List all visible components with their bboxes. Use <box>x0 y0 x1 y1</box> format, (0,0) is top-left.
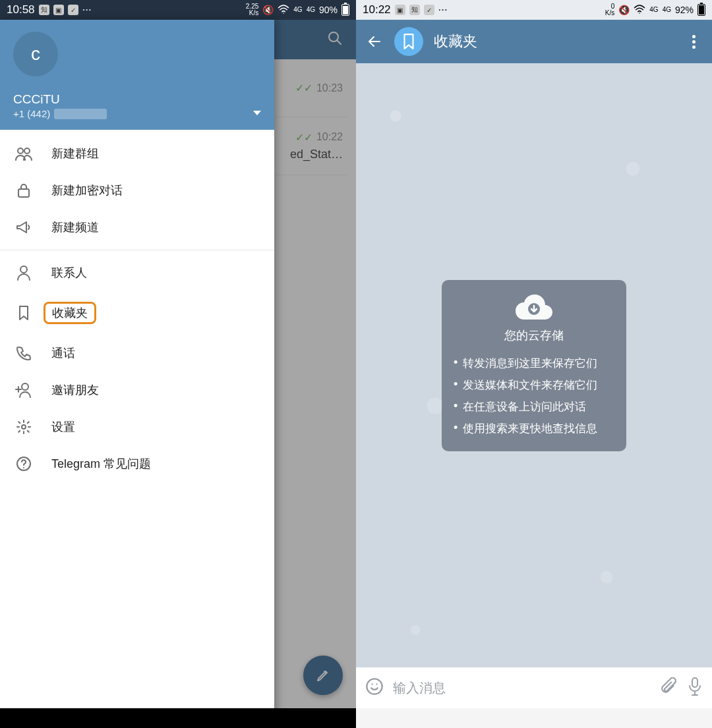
emoji-icon[interactable] <box>365 677 384 698</box>
menu-new-channel[interactable]: 新建频道 <box>0 209 274 246</box>
attach-icon[interactable] <box>661 677 678 698</box>
chat-toolbar: 收藏夹 <box>356 20 712 63</box>
cell-4g-b: 4G <box>663 7 671 13</box>
chat-title: 收藏夹 <box>434 32 674 51</box>
lock-icon <box>15 182 33 198</box>
svg-point-9 <box>367 679 382 694</box>
more-dots: ··· <box>82 3 92 16</box>
svg-point-4 <box>20 266 27 273</box>
menu-label: 通话 <box>51 345 75 361</box>
system-navbar <box>356 708 712 728</box>
cloud-bullet: 发送媒体和文件来存储它们 <box>454 374 614 396</box>
menu-label: 收藏夹 <box>52 306 88 320</box>
mute-icon: 🔇 <box>262 5 274 15</box>
check-icon: ✓ <box>68 5 78 15</box>
battery-icon <box>341 4 349 16</box>
svg-rect-10 <box>692 678 697 687</box>
cell-4g-b: 4G <box>307 7 315 13</box>
status-bar-left: 10:58 知 ▣ ✓ ··· 2.25K/s 🔇 4G 4G 90% <box>0 0 356 20</box>
menu-new-group[interactable]: 新建群组 <box>0 135 274 172</box>
wifi-icon <box>634 5 645 16</box>
status-bar-right: 10:22 ▣ 知 ✓ ··· 0K/s 🔇 4G 4G 92% <box>356 0 712 20</box>
profile-phone: +1 (442) <box>13 108 107 119</box>
menu-calls[interactable]: 通话 <box>0 335 274 372</box>
cloud-title: 您的云存储 <box>454 327 614 343</box>
avatar[interactable]: c <box>13 32 58 76</box>
cloud-storage-card: 您的云存储 转发消息到这里来保存它们 发送媒体和文件来存储它们 在任意设备上访问… <box>442 280 626 451</box>
account-switch-icon[interactable] <box>253 111 261 115</box>
cloud-bullet: 使用搜索来更快地查找信息 <box>454 418 614 439</box>
system-navbar <box>0 708 356 728</box>
cell-4g-a: 4G <box>293 7 302 13</box>
help-icon <box>15 456 33 472</box>
battery-pct: 90% <box>319 5 338 15</box>
gallery-icon: ▣ <box>395 5 405 15</box>
drawer-menu: 新建群组 新建加密对话 新建频道 联系人 <box>0 130 274 488</box>
menu-label: 邀请朋友 <box>51 382 99 398</box>
message-input-bar: 输入消息 <box>356 667 712 708</box>
status-app-icon: 知 <box>409 5 420 15</box>
menu-faq[interactable]: Telegram 常见问题 <box>0 445 274 482</box>
more-dots: ··· <box>438 3 448 16</box>
check-icon: ✓ <box>424 5 434 15</box>
megaphone-icon <box>15 220 33 235</box>
battery-pct: 92% <box>675 5 694 15</box>
clock: 10:58 <box>7 3 35 16</box>
highlighted-saved-messages: 收藏夹 <box>44 302 96 324</box>
menu-contacts[interactable]: 联系人 <box>0 254 274 291</box>
svg-rect-3 <box>18 189 29 197</box>
svg-point-1 <box>18 148 23 154</box>
menu-saved-messages[interactable]: 收藏夹 <box>0 291 274 335</box>
status-app-icon: 知 <box>39 5 49 15</box>
person-icon <box>15 265 33 281</box>
menu-invite-friends[interactable]: 邀请朋友 <box>0 372 274 408</box>
menu-new-secret-chat[interactable]: 新建加密对话 <box>0 172 274 209</box>
phone-icon <box>15 345 33 361</box>
gallery-icon: ▣ <box>53 5 64 15</box>
wifi-icon <box>278 5 289 16</box>
menu-label: 联系人 <box>51 265 87 281</box>
bookmark-icon <box>15 305 33 321</box>
menu-settings[interactable]: 设置 <box>0 408 274 445</box>
svg-point-5 <box>22 383 28 390</box>
cell-4g-a: 4G <box>649 7 658 13</box>
gear-icon <box>15 419 33 435</box>
cloud-bullet: 在任意设备上访问此对话 <box>454 396 614 418</box>
cloud-download-icon <box>454 293 614 321</box>
net-speed: 0K/s <box>605 3 614 16</box>
invite-icon <box>15 382 33 398</box>
menu-label: 新建加密对话 <box>51 182 123 198</box>
message-input[interactable]: 输入消息 <box>393 679 651 697</box>
redacted-phone <box>54 109 107 119</box>
drawer-header: c CCCiTU +1 (442) <box>0 20 274 130</box>
menu-label: 新建频道 <box>51 219 99 235</box>
group-icon <box>15 146 33 161</box>
mute-icon: 🔇 <box>618 5 630 15</box>
back-button[interactable] <box>365 34 384 49</box>
battery-icon <box>697 4 705 16</box>
net-speed: 2.25K/s <box>246 3 258 16</box>
profile-name: CCCiTU <box>13 92 107 107</box>
menu-divider <box>0 250 274 250</box>
menu-label: Telegram 常见问题 <box>51 456 151 472</box>
menu-label: 设置 <box>51 419 75 435</box>
svg-point-2 <box>24 148 30 154</box>
clock: 10:22 <box>363 3 391 16</box>
cloud-bullet: 转发消息到这里来保存它们 <box>454 352 614 374</box>
chat-avatar[interactable] <box>394 27 423 56</box>
svg-point-6 <box>22 425 26 429</box>
chat-body[interactable]: 您的云存储 转发消息到这里来保存它们 发送媒体和文件来存储它们 在任意设备上访问… <box>356 63 712 667</box>
mic-icon[interactable] <box>687 677 703 699</box>
overflow-menu-button[interactable] <box>684 35 703 49</box>
nav-drawer: c CCCiTU +1 (442) 新建群组 <box>0 20 274 728</box>
menu-label: 新建群组 <box>51 146 99 161</box>
